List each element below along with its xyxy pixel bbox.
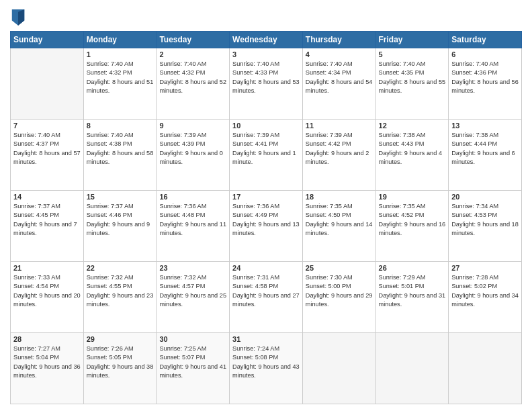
weekday-header-friday: Friday bbox=[375, 32, 449, 48]
day-info: Sunrise: 7:39 AMSunset: 4:42 PMDaylight:… bbox=[306, 131, 373, 167]
day-info: Sunrise: 7:40 AMSunset: 4:33 PMDaylight:… bbox=[232, 60, 300, 95]
calendar-cell: 18Sunrise: 7:35 AMSunset: 4:50 PMDayligh… bbox=[302, 191, 375, 262]
day-info: Sunrise: 7:36 AMSunset: 4:48 PMDaylight:… bbox=[159, 202, 226, 238]
calendar-cell: 10Sunrise: 7:39 AMSunset: 4:41 PMDayligh… bbox=[230, 120, 303, 191]
day-info: Sunrise: 7:40 AMSunset: 4:38 PMDaylight:… bbox=[87, 131, 154, 167]
day-number: 21 bbox=[13, 264, 81, 272]
calendar-table: SundayMondayTuesdayWednesdayThursdayFrid… bbox=[10, 31, 522, 404]
day-number: 11 bbox=[306, 122, 373, 130]
logo-icon bbox=[11, 9, 25, 26]
day-info: Sunrise: 7:37 AMSunset: 4:45 PMDaylight:… bbox=[13, 202, 81, 238]
calendar-cell: 23Sunrise: 7:32 AMSunset: 4:57 PMDayligh… bbox=[157, 262, 230, 333]
calendar-cell: 25Sunrise: 7:30 AMSunset: 5:00 PMDayligh… bbox=[302, 262, 375, 333]
day-number: 13 bbox=[451, 122, 519, 130]
calendar-cell: 26Sunrise: 7:29 AMSunset: 5:01 PMDayligh… bbox=[375, 262, 449, 333]
calendar-cell: 12Sunrise: 7:38 AMSunset: 4:43 PMDayligh… bbox=[375, 120, 449, 191]
day-info: Sunrise: 7:28 AMSunset: 5:02 PMDaylight:… bbox=[451, 273, 519, 309]
day-number: 7 bbox=[13, 122, 81, 130]
weekday-header-tuesday: Tuesday bbox=[157, 32, 230, 48]
day-number: 14 bbox=[13, 193, 81, 201]
weekday-header-monday: Monday bbox=[83, 32, 157, 48]
calendar-cell: 31Sunrise: 7:24 AMSunset: 5:08 PMDayligh… bbox=[230, 333, 303, 404]
calendar-cell: 8Sunrise: 7:40 AMSunset: 4:38 PMDaylight… bbox=[83, 120, 157, 191]
day-number: 5 bbox=[379, 50, 446, 58]
week-row-2: 7Sunrise: 7:40 AMSunset: 4:37 PMDaylight… bbox=[11, 120, 522, 191]
calendar-cell: 16Sunrise: 7:36 AMSunset: 4:48 PMDayligh… bbox=[157, 191, 230, 262]
day-number: 4 bbox=[306, 50, 373, 58]
calendar-cell: 11Sunrise: 7:39 AMSunset: 4:42 PMDayligh… bbox=[302, 120, 375, 191]
day-info: Sunrise: 7:31 AMSunset: 4:58 PMDaylight:… bbox=[232, 273, 300, 309]
calendar-cell bbox=[302, 333, 375, 404]
calendar-cell: 20Sunrise: 7:34 AMSunset: 4:53 PMDayligh… bbox=[449, 191, 522, 262]
calendar-cell: 5Sunrise: 7:40 AMSunset: 4:35 PMDaylight… bbox=[375, 48, 449, 120]
calendar-cell: 9Sunrise: 7:39 AMSunset: 4:39 PMDaylight… bbox=[157, 120, 230, 191]
calendar-cell: 30Sunrise: 7:25 AMSunset: 5:07 PMDayligh… bbox=[157, 333, 230, 404]
week-row-1: 1Sunrise: 7:40 AMSunset: 4:32 PMDaylight… bbox=[11, 48, 522, 120]
day-number: 15 bbox=[87, 193, 154, 201]
page: SundayMondayTuesdayWednesdayThursdayFrid… bbox=[0, 0, 532, 411]
day-info: Sunrise: 7:24 AMSunset: 5:08 PMDaylight:… bbox=[232, 345, 300, 380]
day-info: Sunrise: 7:32 AMSunset: 4:57 PMDaylight:… bbox=[159, 273, 226, 309]
day-info: Sunrise: 7:27 AMSunset: 5:04 PMDaylight:… bbox=[13, 345, 81, 380]
day-info: Sunrise: 7:32 AMSunset: 4:55 PMDaylight:… bbox=[87, 273, 154, 309]
day-info: Sunrise: 7:40 AMSunset: 4:35 PMDaylight:… bbox=[379, 60, 446, 95]
day-number: 25 bbox=[306, 264, 373, 272]
day-info: Sunrise: 7:40 AMSunset: 4:32 PMDaylight:… bbox=[87, 60, 154, 95]
day-number: 23 bbox=[159, 264, 226, 272]
header bbox=[10, 7, 522, 26]
calendar-cell bbox=[449, 333, 522, 404]
weekday-header-thursday: Thursday bbox=[302, 32, 375, 48]
day-info: Sunrise: 7:36 AMSunset: 4:49 PMDaylight:… bbox=[232, 202, 300, 238]
day-number: 22 bbox=[87, 264, 154, 272]
weekday-header-saturday: Saturday bbox=[449, 32, 522, 48]
day-number: 17 bbox=[232, 193, 300, 201]
day-number: 19 bbox=[379, 193, 446, 201]
svg-marker-1 bbox=[18, 9, 24, 26]
calendar-cell: 13Sunrise: 7:38 AMSunset: 4:44 PMDayligh… bbox=[449, 120, 522, 191]
day-number: 24 bbox=[232, 264, 300, 272]
day-number: 10 bbox=[232, 122, 300, 130]
logo bbox=[10, 9, 29, 26]
calendar-cell: 17Sunrise: 7:36 AMSunset: 4:49 PMDayligh… bbox=[230, 191, 303, 262]
calendar-cell: 19Sunrise: 7:35 AMSunset: 4:52 PMDayligh… bbox=[375, 191, 449, 262]
day-number: 12 bbox=[379, 122, 446, 130]
day-info: Sunrise: 7:26 AMSunset: 5:05 PMDaylight:… bbox=[87, 345, 154, 380]
day-info: Sunrise: 7:30 AMSunset: 5:00 PMDaylight:… bbox=[306, 273, 373, 309]
day-number: 9 bbox=[159, 122, 226, 130]
day-number: 31 bbox=[232, 335, 300, 343]
day-info: Sunrise: 7:29 AMSunset: 5:01 PMDaylight:… bbox=[379, 273, 446, 309]
day-info: Sunrise: 7:39 AMSunset: 4:41 PMDaylight:… bbox=[232, 131, 300, 167]
weekday-header-sunday: Sunday bbox=[11, 32, 84, 48]
calendar-cell: 3Sunrise: 7:40 AMSunset: 4:33 PMDaylight… bbox=[230, 48, 303, 120]
day-number: 26 bbox=[379, 264, 446, 272]
day-number: 2 bbox=[159, 50, 226, 58]
day-info: Sunrise: 7:40 AMSunset: 4:32 PMDaylight:… bbox=[159, 60, 226, 95]
week-row-3: 14Sunrise: 7:37 AMSunset: 4:45 PMDayligh… bbox=[11, 191, 522, 262]
day-number: 8 bbox=[87, 122, 154, 130]
day-number: 16 bbox=[159, 193, 226, 201]
week-row-5: 28Sunrise: 7:27 AMSunset: 5:04 PMDayligh… bbox=[11, 333, 522, 404]
day-info: Sunrise: 7:38 AMSunset: 4:44 PMDaylight:… bbox=[451, 131, 519, 167]
calendar-cell: 21Sunrise: 7:33 AMSunset: 4:54 PMDayligh… bbox=[11, 262, 84, 333]
weekday-header-row: SundayMondayTuesdayWednesdayThursdayFrid… bbox=[11, 32, 522, 48]
day-info: Sunrise: 7:35 AMSunset: 4:52 PMDaylight:… bbox=[379, 202, 446, 238]
weekday-header-wednesday: Wednesday bbox=[230, 32, 303, 48]
day-info: Sunrise: 7:39 AMSunset: 4:39 PMDaylight:… bbox=[159, 131, 226, 167]
day-info: Sunrise: 7:40 AMSunset: 4:37 PMDaylight:… bbox=[13, 131, 81, 167]
day-info: Sunrise: 7:40 AMSunset: 4:36 PMDaylight:… bbox=[451, 60, 519, 95]
calendar-cell: 22Sunrise: 7:32 AMSunset: 4:55 PMDayligh… bbox=[83, 262, 157, 333]
calendar-cell: 29Sunrise: 7:26 AMSunset: 5:05 PMDayligh… bbox=[83, 333, 157, 404]
day-info: Sunrise: 7:38 AMSunset: 4:43 PMDaylight:… bbox=[379, 131, 446, 167]
day-number: 20 bbox=[451, 193, 519, 201]
calendar-cell: 14Sunrise: 7:37 AMSunset: 4:45 PMDayligh… bbox=[11, 191, 84, 262]
calendar-cell: 6Sunrise: 7:40 AMSunset: 4:36 PMDaylight… bbox=[449, 48, 522, 120]
day-info: Sunrise: 7:25 AMSunset: 5:07 PMDaylight:… bbox=[159, 345, 226, 380]
day-number: 30 bbox=[159, 335, 226, 343]
week-row-4: 21Sunrise: 7:33 AMSunset: 4:54 PMDayligh… bbox=[11, 262, 522, 333]
calendar-cell: 27Sunrise: 7:28 AMSunset: 5:02 PMDayligh… bbox=[449, 262, 522, 333]
day-number: 29 bbox=[87, 335, 154, 343]
day-number: 1 bbox=[87, 50, 154, 58]
calendar-cell: 4Sunrise: 7:40 AMSunset: 4:34 PMDaylight… bbox=[302, 48, 375, 120]
day-info: Sunrise: 7:37 AMSunset: 4:46 PMDaylight:… bbox=[87, 202, 154, 238]
day-number: 18 bbox=[306, 193, 373, 201]
